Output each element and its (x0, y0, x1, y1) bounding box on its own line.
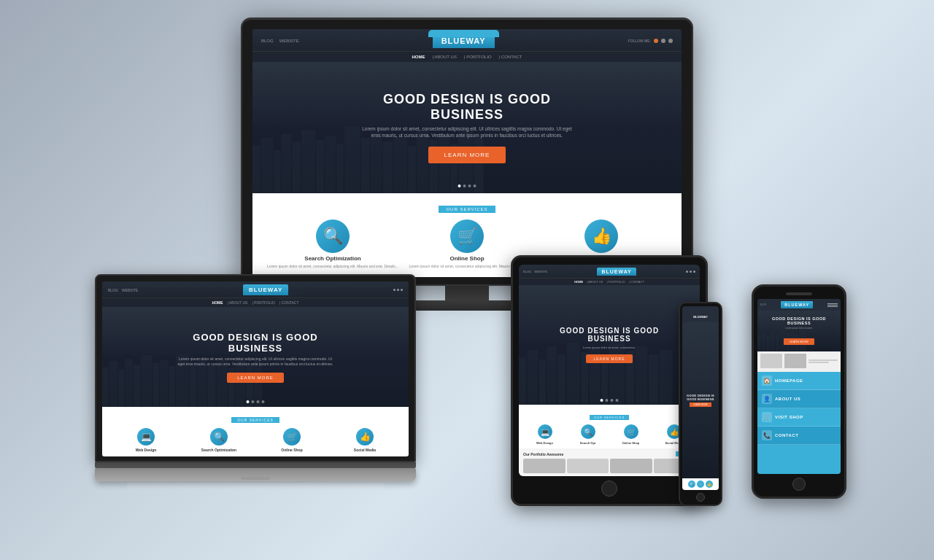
hero-dot-4[interactable] (474, 184, 476, 187)
tablet-icon-search: 🔍 (581, 424, 595, 439)
monitor-nav-portfolio[interactable]: | PORTFOLIO (464, 55, 492, 59)
svg-rect-42 (547, 346, 557, 405)
tablet-sname-search: Search Opt (580, 441, 595, 445)
laptop-name-search: Search Optimization (201, 448, 236, 452)
svg-rect-22 (109, 361, 117, 407)
phone-menu-icon-shop: 🛒 (762, 412, 772, 422)
tablet-sname-webdesign: Web Design (536, 441, 553, 445)
svg-rect-50 (636, 346, 647, 405)
laptop-services-title: OUR SERVICES (231, 417, 279, 423)
tablet-portfolio-label: Our Portfolio Awesome (523, 452, 563, 456)
monitor-nav-about[interactable]: | ABOUT US (432, 55, 456, 59)
hero-dot-3[interactable] (468, 184, 471, 187)
phone-learn-more-btn[interactable]: LEARN MORE (784, 338, 814, 345)
laptop-dot-3[interactable] (257, 400, 260, 403)
phone-menu-icon-home: 🏠 (762, 376, 772, 386)
svg-rect-33 (208, 365, 216, 407)
laptop-nav-blog[interactable]: BLOG (108, 288, 118, 292)
phone-home-btn[interactable] (792, 478, 806, 491)
phone-menu-homepage[interactable]: 🏠 HOMEPAGE (757, 372, 841, 390)
phone-menu-contact[interactable]: 📞 CONTACT (757, 427, 841, 445)
svg-rect-47 (601, 356, 608, 405)
svg-rect-40 (527, 350, 538, 405)
phone-nav-blog[interactable]: BLOG (760, 303, 766, 306)
laptop-dot-4[interactable] (262, 400, 265, 403)
monitor-nav-contact[interactable]: | CONTACT (499, 55, 522, 59)
laptop-nav-home[interactable]: HOME (212, 300, 223, 305)
svg-rect-7 (325, 136, 336, 192)
tablet-nav-blog[interactable]: BLOG (523, 270, 531, 273)
tablet-home-btn[interactable] (601, 481, 617, 497)
phone-hamburger[interactable] (827, 303, 838, 307)
laptop-logo: BLUEWAY (243, 284, 288, 295)
laptop-icon-webdesign: 💻 (137, 428, 155, 446)
laptop-name-webdesign: Web Design (136, 448, 157, 452)
tablet-learn-more-btn[interactable]: LEARN MORE (586, 354, 632, 363)
service-name-shop: Online Shop (449, 255, 484, 262)
tablet-nav-home[interactable]: HOME (574, 280, 583, 284)
laptop-dot-2[interactable] (252, 400, 255, 403)
service-icon-shop: 🛒 (450, 219, 484, 253)
tablet-dot-2[interactable] (606, 399, 609, 402)
phone-menu-shop[interactable]: 🛒 VISIT SHOP (757, 408, 841, 427)
tablet-nav-website[interactable]: WEBSITE (534, 270, 547, 273)
hero-dot-1[interactable] (458, 184, 461, 187)
svg-rect-28 (160, 359, 169, 407)
tablet-nav-contact[interactable]: | CONTACT (629, 280, 644, 284)
tablet-logo: BLUEWAY (597, 268, 636, 276)
svg-rect-41 (539, 359, 546, 405)
svg-rect-48 (609, 341, 625, 405)
tablet-services-title: OUR SERVICES (590, 415, 629, 420)
svg-rect-5 (301, 130, 315, 192)
laptop-nav-portfolio[interactable]: | PORTFOLIO (252, 300, 275, 305)
laptop-nav-about[interactable]: | ABOUT US (228, 300, 248, 305)
svg-rect-31 (189, 362, 196, 407)
small-tablet-btn[interactable] (696, 493, 705, 502)
laptop-hero-title: GOOD DESIGN IS GOOD BUSINESS (175, 332, 336, 354)
svg-rect-14 (408, 146, 416, 193)
phone-menu-icon-contact: 📞 (762, 430, 772, 440)
monitor-hero-text: Lorem ipsum dolor sit amet, consectetur … (358, 125, 576, 140)
service-desc-shop: Lorem ipsum dolor sit amet, consectetur … (409, 264, 525, 269)
tablet-dot-4[interactable] (616, 399, 619, 402)
svg-rect-15 (417, 130, 428, 192)
svg-rect-1 (261, 138, 273, 192)
laptop-nav-contact[interactable]: | CONTACT (279, 300, 298, 305)
laptop-service-webdesign: 💻 Web Design (111, 428, 181, 452)
monitor-nav-website[interactable]: WEBSITE (279, 39, 299, 43)
svg-rect-21 (102, 367, 108, 407)
tablet-dot-3[interactable] (611, 399, 614, 402)
hero-dot-2[interactable] (463, 184, 466, 187)
svg-rect-2 (274, 149, 281, 192)
phone-menu-icon-about: 👤 (762, 394, 772, 404)
svg-rect-27 (153, 363, 159, 407)
laptop-nav-website[interactable]: WEBSITE (122, 288, 139, 292)
phone-website: BLOG BLUEWAY (757, 299, 841, 474)
tablet-nav-about[interactable]: | ABOUT US (587, 280, 603, 284)
monitor-nav-blog[interactable]: BLOG (261, 39, 274, 43)
laptop-learn-more-btn[interactable]: LEARN MORE (227, 373, 284, 383)
svg-rect-55 (766, 336, 769, 351)
service-icon-search: 🔍 (316, 219, 350, 253)
monitor-learn-more-btn[interactable]: LEARN MORE (428, 147, 506, 163)
phone-menu-about[interactable]: 👤 ABOUT US (757, 390, 841, 408)
tablet-icon-shop: 🛒 (624, 424, 638, 439)
svg-rect-24 (125, 359, 133, 407)
monitor-hero-title: GOOD DESIGN IS GOOD BUSINESS (358, 92, 576, 122)
tablet-dot-1[interactable] (601, 399, 603, 402)
laptop-dot-1[interactable] (247, 400, 250, 403)
phone-menu-label-shop: VISIT SHOP (775, 415, 803, 419)
service-desc-search: Lorem ipsum dolor sit amet, consectetur … (267, 264, 398, 269)
monitor-follow: FOLLOW ME: (628, 39, 651, 43)
svg-rect-26 (141, 355, 152, 407)
laptop-website: BLOG WEBSITE BLUEWAY HOME | ABOUT US (102, 281, 409, 456)
monitor-nav-home[interactable]: HOME (412, 55, 425, 59)
phone-menu-label-home: HOMEPAGE (775, 378, 803, 383)
tablet-nav-portfolio[interactable]: | PORTFOLIO (606, 280, 625, 284)
phone-menu: 🏠 HOMEPAGE 👤 ABOUT US 🛒 VISIT SHOP (757, 372, 841, 474)
svg-rect-44 (567, 343, 580, 405)
laptop-name-shop: Online Shop (281, 448, 302, 452)
laptop-service-shop: 🛒 Online Shop (257, 428, 327, 452)
phone-thumb-2 (784, 354, 806, 368)
laptop-service-search: 🔍 Search Optimization (184, 428, 254, 452)
